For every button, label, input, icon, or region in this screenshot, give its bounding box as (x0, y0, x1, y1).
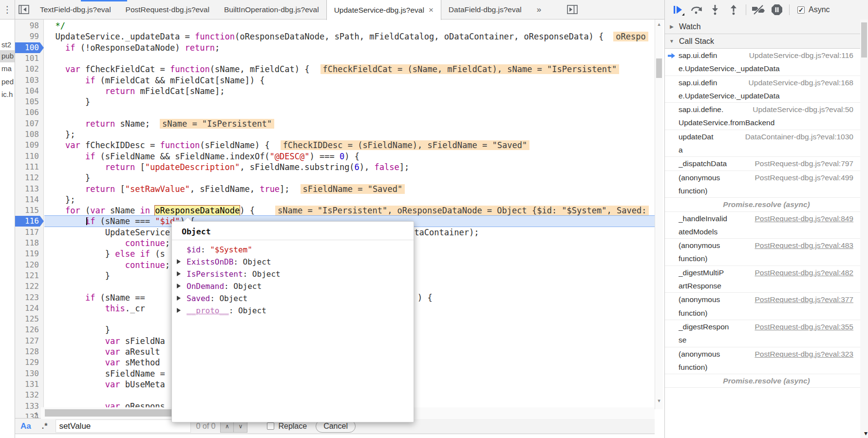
callstack-frame[interactable]: sap.ui.define.UpdateService.fromBackendU… (665, 103, 868, 130)
editor-vertical-scrollbar[interactable]: ▴ ▾ (655, 19, 663, 409)
line-number[interactable]: 132 (15, 390, 44, 400)
line-number[interactable]: 105 (15, 96, 44, 107)
callstack-frame[interactable]: updateDataDataContainer-dbg.js?eval:1030 (665, 130, 868, 157)
line-number[interactable]: 111 (15, 162, 44, 172)
navigator-file-item[interactable]: ped (0, 76, 15, 88)
object-property-row[interactable]: __proto__: Object (176, 305, 410, 317)
line-number[interactable]: 128 (15, 346, 44, 357)
step-into-button[interactable] (707, 2, 723, 17)
match-case-toggle[interactable]: Aa (20, 421, 31, 431)
async-checkbox[interactable]: ✓ (797, 6, 805, 14)
pause-on-exceptions-button[interactable] (769, 2, 785, 17)
watch-section-header[interactable]: ▶ Watch (665, 19, 868, 34)
frame-source-location[interactable]: UpdateService-dbg.js?eval:168 (749, 76, 853, 89)
line-number[interactable]: 129 (15, 357, 44, 368)
tab-overflow-chevron[interactable]: » (529, 0, 549, 19)
scroll-left-icon[interactable]: ◂ (34, 410, 37, 417)
regex-toggle[interactable]: .* (42, 422, 48, 431)
navigator-file-item[interactable]: ic.h (0, 89, 15, 101)
line-number[interactable]: 118 (15, 238, 44, 248)
line-number[interactable]: 126 (15, 324, 44, 335)
navigator-file-item[interactable]: st2 (0, 39, 15, 51)
frame-source-location[interactable]: PostRequest-dbg.js?eval:797 (755, 157, 854, 170)
replace-toggle[interactable]: Replace (267, 422, 307, 431)
navigator-file-item[interactable]: ma (0, 63, 15, 75)
line-number[interactable]: 130 (15, 368, 44, 379)
tab-BuiltInOperation-dbg.js?eval[interactable]: BuiltInOperation-dbg.js?eval (217, 0, 326, 19)
callstack-frame[interactable]: _dispatchDataPostRequest-dbg.js?eval:797 (665, 157, 868, 171)
scroll-up-icon[interactable]: ▴ (655, 21, 663, 27)
toggle-navigator-icon[interactable] (15, 0, 33, 19)
object-property-row[interactable]: ExistsOnDB: Object (176, 256, 410, 268)
line-number-gutter[interactable]: 9899100101102103104105106107108109110111… (15, 19, 44, 419)
line-number[interactable]: 98 (15, 20, 44, 31)
line-number[interactable]: 120 (15, 260, 44, 270)
hovered-variable-token[interactable]: oResponseDataNode (155, 206, 240, 215)
sidebar-scroll-down-icon[interactable]: ▾ (864, 429, 868, 437)
step-over-button[interactable] (688, 2, 705, 17)
line-number[interactable]: 110 (15, 151, 44, 162)
frame-source-location[interactable]: PostRequest-dbg.js?eval:377 (755, 293, 854, 306)
line-number[interactable]: 113 (15, 184, 44, 194)
object-property-row[interactable]: OnDemand: Object (176, 280, 410, 292)
resume-button[interactable] (670, 2, 686, 17)
frame-source-location[interactable]: DataContainer-dbg.js?eval:1030 (745, 130, 853, 143)
expand-triangle-icon[interactable] (177, 308, 181, 313)
line-number[interactable]: 99 (15, 31, 44, 42)
line-number[interactable]: 122 (15, 281, 44, 292)
callstack-frame[interactable]: sap.ui.define.UpdateService._updateDataU… (665, 76, 868, 103)
overflow-menu-icon[interactable]: ⋮ (0, 0, 15, 19)
callstack-frame[interactable]: (anonymousfunction)PostRequest-dbg.js?ev… (665, 171, 868, 198)
line-number[interactable]: 123 (15, 292, 44, 303)
line-number[interactable]: 125 (15, 314, 44, 324)
line-number[interactable]: 101 (15, 53, 44, 64)
line-number[interactable]: 108 (15, 129, 44, 140)
frame-source-location[interactable]: UpdateService-dbg.js?eval:50 (753, 103, 853, 116)
toggle-drawer-icon[interactable] (564, 0, 581, 19)
expand-triangle-icon[interactable] (177, 296, 181, 301)
callstack-frame[interactable]: (anonymousfunction)PostRequest-dbg.js?ev… (665, 239, 868, 266)
frame-source-location[interactable]: PostRequest-dbg.js?eval:323 (755, 347, 854, 361)
line-number[interactable]: 119 (15, 248, 44, 259)
expand-triangle-icon[interactable] (177, 259, 181, 264)
object-property-row[interactable]: Saved: Object (176, 292, 410, 305)
line-number[interactable]: 117 (15, 227, 44, 238)
expand-triangle-icon[interactable] (177, 284, 181, 288)
deactivate-breakpoints-button[interactable] (750, 2, 767, 17)
callstack-frame[interactable]: _digestMultiPartResponsePostRequest-dbg.… (665, 266, 868, 293)
frame-source-location[interactable]: PostRequest-dbg.js?eval:849 (755, 212, 854, 225)
frame-source-location[interactable]: PostRequest-dbg.js?eval:355 (755, 320, 854, 333)
expand-triangle-icon[interactable] (177, 271, 181, 276)
frame-source-location[interactable]: PostRequest-dbg.js?eval:482 (755, 266, 854, 279)
frame-source-location[interactable]: UpdateService-dbg.js?eval:116 (749, 49, 853, 62)
line-number[interactable]: 115 (15, 205, 44, 216)
tab-TextField-dbg.js?eval[interactable]: TextField-dbg.js?eval (33, 0, 118, 19)
scroll-down-icon[interactable]: ▾ (655, 398, 663, 404)
sidebar-scroll-thumb[interactable] (861, 22, 867, 57)
callstack-frame[interactable]: (anonymousfunction)PostRequest-dbg.js?ev… (665, 293, 868, 320)
line-number[interactable]: 131 (15, 379, 44, 390)
line-number[interactable]: 107 (15, 118, 44, 129)
object-property-row[interactable]: IsPersistent: Object (176, 268, 410, 280)
callstack-frame[interactable]: (anonymousfunction)PostRequest-dbg.js?ev… (665, 347, 868, 375)
line-number[interactable]: 124 (15, 303, 44, 314)
step-out-button[interactable] (725, 2, 742, 17)
line-number[interactable]: 106 (15, 107, 44, 118)
line-number[interactable]: 103 (15, 75, 44, 86)
line-number[interactable]: 112 (15, 172, 44, 183)
breakpoint-badge[interactable]: 100 (15, 42, 44, 53)
callstack-frame[interactable]: _digestResponsePostRequest-dbg.js?eval:3… (665, 320, 868, 347)
line-number[interactable]: 127 (15, 336, 44, 346)
tab-DataField-dbg.js?eval[interactable]: DataField-dbg.js?eval (441, 0, 529, 19)
line-number[interactable]: 104 (15, 86, 44, 96)
editor-vscroll-thumb[interactable] (656, 58, 662, 78)
close-tab-icon[interactable]: × (429, 6, 434, 14)
frame-source-location[interactable]: PostRequest-dbg.js?eval:499 (755, 171, 854, 184)
frame-source-location[interactable]: PostRequest-dbg.js?eval:483 (755, 239, 854, 252)
sidebar-scrollbar[interactable] (860, 19, 868, 438)
replace-checkbox[interactable] (267, 422, 274, 430)
line-number[interactable]: 102 (15, 64, 44, 75)
callstack-section-header[interactable]: ▼ Call Stack (665, 34, 868, 49)
async-toggle[interactable]: ✓ Async (797, 5, 830, 14)
tab-UpdateService-dbg.js?eval[interactable]: UpdateService-dbg.js?eval× (326, 0, 441, 20)
